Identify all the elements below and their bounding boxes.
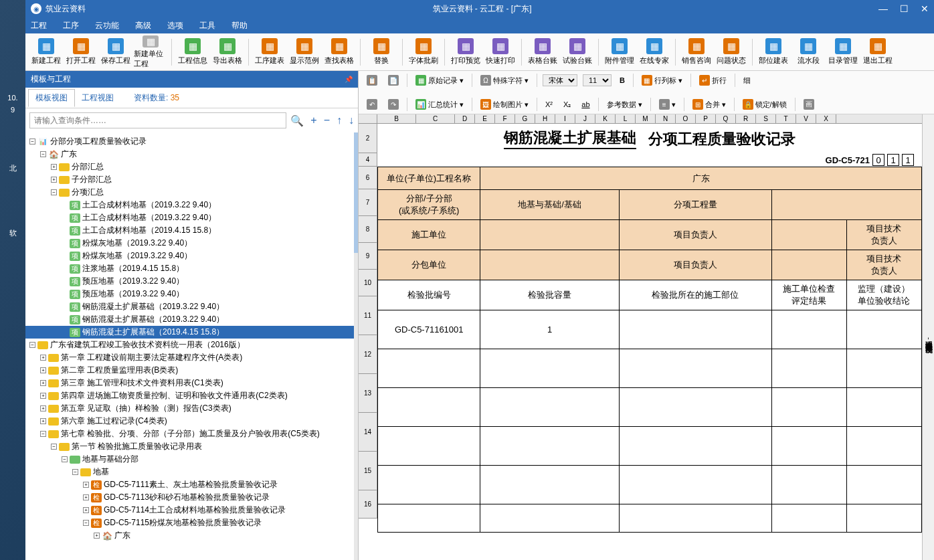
row-num[interactable]: 14	[359, 413, 377, 452]
tree-node[interactable]: 项钢筋混凝土扩展基础（2019.3.22 9.40）	[25, 300, 358, 313]
rowcol-button[interactable]: ▦行列标 ▾	[639, 74, 685, 87]
tree-node[interactable]: 项钢筋混凝土扩展基础（2019.4.15 15.8）	[25, 326, 358, 339]
toolbar-导出表格[interactable]: ▦导出表格	[211, 35, 244, 69]
ref-data-button[interactable]: 参考数据 ▾	[604, 98, 645, 111]
toolbar-工程信息[interactable]: ▦工程信息	[176, 35, 209, 69]
row-num[interactable]: 15	[359, 452, 377, 490]
tree-node[interactable]: 项预压地基（2019.3.22 9.40）	[25, 275, 358, 288]
menu-options[interactable]: 选项	[167, 20, 183, 31]
minimize-button[interactable]: —	[878, 3, 888, 14]
col-header[interactable]: D	[455, 114, 475, 123]
tab-template-view[interactable]: 模板视图	[28, 89, 75, 107]
tree-node[interactable]: 项粉煤灰地基（2019.3.22 9.40）	[25, 237, 358, 250]
tree-scrollbar[interactable]	[354, 132, 358, 560]
tree-node[interactable]: +第六章 施工过程记录(C4类表)	[25, 415, 358, 428]
merge-button[interactable]: ⊞合并 ▾	[690, 98, 729, 111]
size-select[interactable]: 11	[583, 74, 612, 86]
tree-node[interactable]: 项土工合成材料地基（2019.4.15 15.8）	[25, 224, 358, 237]
tree-node[interactable]: 项注浆地基（2019.4.15 15.8）	[25, 262, 358, 275]
tree-node[interactable]: +检GD-C5-7111素土、灰土地基检验批质量验收记录	[25, 478, 358, 491]
col-header[interactable]: T	[776, 114, 796, 123]
copy-button[interactable]: 📋	[364, 74, 380, 87]
remove-icon[interactable]: −	[324, 114, 330, 127]
right-sidebar[interactable]: 填表说明 范例视图-全路径视图	[922, 114, 934, 560]
menu-tools[interactable]: 工具	[199, 20, 215, 31]
down-icon[interactable]: ↓	[349, 114, 354, 127]
tree-node[interactable]: +第一章 工程建设前期主要法定基建程序文件(A类表)	[25, 351, 358, 364]
superscript-button[interactable]: X²	[543, 99, 555, 110]
toolbar-保存工程[interactable]: ▦保存工程	[99, 35, 132, 69]
row-num[interactable]: 9	[359, 243, 377, 270]
draw-image-button[interactable]: 🖼绘制图片 ▾	[478, 98, 531, 111]
toolbar-快速打印[interactable]: ▦快速打印	[484, 35, 517, 69]
tree-node[interactable]: −第一节 检验批施工质量验收记录用表	[25, 440, 358, 453]
tree-node[interactable]: +第二章 工程质量监理用表(B类表)	[25, 364, 358, 377]
toolbar-流水段[interactable]: ▦流水段	[791, 35, 825, 69]
subscript-button[interactable]: X₂	[561, 99, 573, 110]
toolbar-目录管理[interactable]: ▦目录管理	[826, 35, 860, 69]
paint-button[interactable]: 画	[801, 98, 817, 111]
add-icon[interactable]: +	[310, 114, 316, 127]
tree-node[interactable]: 项预压地基（2019.3.22 9.40）	[25, 288, 358, 300]
tree-node[interactable]: +🏠广东	[25, 529, 358, 542]
data-table[interactable]: 单位(子单位)工程名称 广东 分部/子分部 (或系统/子系统) 地基与基础/基础…	[377, 167, 922, 533]
col-header[interactable]: R	[736, 114, 756, 123]
toolbar-显示范例[interactable]: ▦显示范例	[288, 35, 321, 69]
row-num[interactable]: 11	[359, 296, 377, 335]
menu-advanced[interactable]: 高级	[135, 20, 151, 31]
tree-node[interactable]: +检GD-C5-7114土工合成材料地基检验批质量验收记录	[25, 504, 358, 517]
close-button[interactable]: ✕	[921, 3, 929, 14]
tree-node[interactable]: +第四章 进场施工物资质量控制、证明和验收文件通用表(C2类表)	[25, 389, 358, 402]
cell-cap[interactable]: 1	[480, 310, 619, 349]
special-char-button[interactable]: Ω特殊字符 ▾	[478, 74, 531, 87]
col-header[interactable]: M	[636, 114, 656, 123]
toolbar-表格台账[interactable]: ▦表格台账	[526, 35, 559, 69]
toolbar-工序建表[interactable]: ▦工序建表	[253, 35, 286, 69]
tree-node[interactable]: +子分部汇总	[25, 173, 358, 186]
row-num[interactable]: 8	[359, 216, 377, 243]
tree-node[interactable]: −分项汇总	[25, 186, 358, 199]
toolbar-字体批刷[interactable]: ▦字体批刷	[407, 35, 440, 69]
col-header[interactable]: F	[495, 114, 515, 123]
up-icon[interactable]: ↑	[337, 114, 342, 127]
toolbar-新建单位工程[interactable]: ▦新建单位工程	[134, 35, 167, 69]
menu-help[interactable]: 帮助	[231, 20, 248, 31]
toolbar-退出工程[interactable]: ▦退出工程	[861, 35, 895, 69]
col-header[interactable]: L	[616, 114, 636, 123]
col-header[interactable]: N	[656, 114, 676, 123]
tree-node[interactable]: −🏠广东	[25, 148, 358, 161]
lock-button[interactable]: 🔒锁定/解锁	[740, 98, 789, 111]
tree-node[interactable]: −地基与基础分部	[25, 453, 358, 466]
row-num[interactable]: 13	[359, 374, 377, 413]
toolbar-问题状态[interactable]: ▦问题状态	[715, 35, 748, 69]
toolbar-附件管理[interactable]: ▦附件管理	[603, 35, 636, 69]
sheet-area[interactable]: BCDEFGHIJKLMNOPQRSTVX 2 钢筋混凝土扩展基础 分项工程质量…	[359, 114, 922, 560]
col-header[interactable]: X	[816, 114, 836, 123]
tree-node[interactable]: 项土工合成材料地基（2019.3.22 9.40）	[25, 211, 358, 224]
tree-node[interactable]: +第三章 施工管理和技术文件资料用表(C1类表)	[25, 377, 358, 389]
toolbar-替换[interactable]: ▦替换	[365, 35, 398, 69]
col-header[interactable]: P	[696, 114, 716, 123]
detail-button[interactable]: 细	[741, 74, 753, 87]
toolbar-打开工程[interactable]: ▦打开工程	[64, 35, 98, 69]
row-num[interactable]: 10	[359, 270, 377, 296]
col-header[interactable]: H	[535, 114, 555, 123]
font-select[interactable]: 宋体	[543, 74, 577, 86]
tree-node[interactable]: 项粉煤灰地基（2019.3.22 9.40）	[25, 250, 358, 262]
row-num[interactable]: 12	[359, 335, 377, 374]
col-header[interactable]: V	[796, 114, 816, 123]
tree-node[interactable]: −第七章 检验批、分项、分部（子分部）施工质量及分户验收用表(C5类表)	[25, 428, 358, 440]
align-button[interactable]: ≡▾	[656, 98, 678, 111]
toolbar-在线专家[interactable]: ▦在线专家	[638, 35, 671, 69]
row-num[interactable]: 7	[359, 189, 377, 216]
tree-node[interactable]: −广东省建筑工程竣工验收技术资料统一用表（2016版）	[25, 339, 358, 351]
tree-node[interactable]: −地基	[25, 466, 358, 478]
tree-node[interactable]: +检GD-C5-7113砂和砂石地基检验批质量验收记录	[25, 491, 358, 504]
val-fenxiang-qty[interactable]	[771, 190, 921, 220]
row-num[interactable]: 4	[359, 153, 377, 167]
search-input[interactable]	[29, 112, 286, 128]
tree-node[interactable]: −📊分部分项工程质量验收记录	[25, 135, 358, 148]
col-header[interactable]: B	[377, 114, 416, 123]
col-header[interactable]: O	[676, 114, 696, 123]
toolbar-查找表格[interactable]: ▦查找表格	[322, 35, 356, 69]
